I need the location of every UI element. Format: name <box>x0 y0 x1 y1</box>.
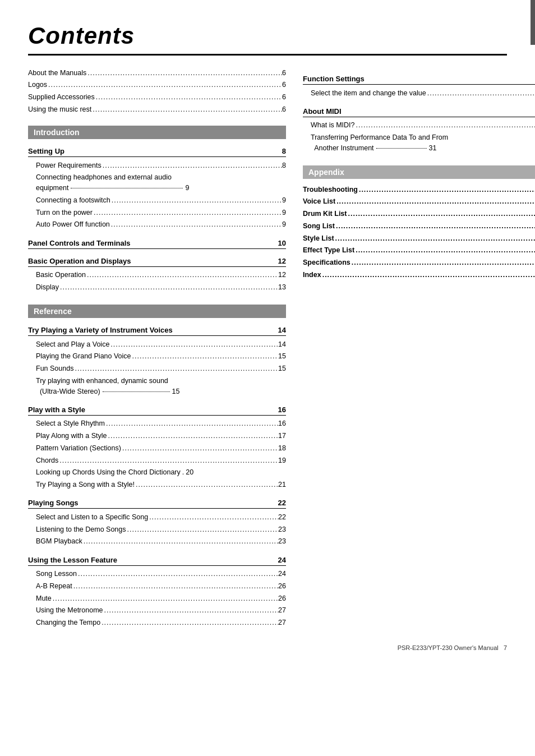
toc-item-song-style: Try Playing a Song with a Style! 21 <box>28 479 286 491</box>
toc-item-chords: Chords 19 <box>28 454 286 467</box>
toc-item-song-list: Song List 39 <box>303 220 535 232</box>
toc-item-turn-on-power: Turn on the power 9 <box>28 206 286 219</box>
toc-item-logos: Logos 6 <box>28 79 286 91</box>
toc-item-transferring-performance: Transferring Performance Data To and Fro… <box>303 132 535 155</box>
subsection-setting-up: Setting Up 8 <box>28 145 286 157</box>
col-right: Function Settings 28 Select the item and… <box>303 67 535 629</box>
top-items: About the Manuals 6 Logos 6 Supplied Acc… <box>28 67 286 116</box>
page-title: Contents <box>28 22 507 49</box>
toc-item-select-change-value: Select the item and change the value 28 <box>303 87 535 99</box>
subsection-basic-operation: Basic Operation and Displays 12 <box>28 255 286 267</box>
toc-item-mute: Mute 26 <box>28 592 286 605</box>
page-container: Contents About the Manuals 6 Logos 6 Sup… <box>0 0 535 662</box>
toc-item-grand-piano: Playing the Grand Piano Voice 15 <box>28 351 286 363</box>
footer-page: 7 <box>504 644 507 651</box>
toc-item-what-is-midi: What is MIDI? 31 <box>303 119 535 132</box>
subsection-panel-controls: Panel Controls and Terminals 10 <box>28 237 286 249</box>
toc-item-ultra-wide: Try playing with enhanced, dynamic sound… <box>28 375 286 398</box>
toc-item-auto-power-off: Auto Power Off function 9 <box>28 219 286 231</box>
subsection-function-settings: Function Settings 28 <box>303 72 535 85</box>
toc-item-style-list: Style List 40 <box>303 232 535 245</box>
toc-item-basic-operation: Basic Operation 12 <box>28 269 286 282</box>
toc-item-troubleshooting: Troubleshooting 32 <box>303 183 535 196</box>
toc-item-voice-list: Voice List 33 <box>303 196 535 208</box>
title-underline <box>28 54 507 56</box>
toc-item-effect-type-list: Effect Type List 41 <box>303 245 535 257</box>
toc-item-style-rhythm: Select a Style Rhythm 16 <box>28 418 286 430</box>
toc-item-music-rest: Using the music rest 6 <box>28 103 286 116</box>
toc-item-fun-sounds: Fun Sounds 15 <box>28 363 286 375</box>
section-header-reference: Reference <box>28 305 286 318</box>
section-header-introduction: Introduction <box>28 126 286 139</box>
toc-item-supplied-accessories: Supplied Accessories 6 <box>28 91 286 104</box>
toc-item-connecting-headphones: Connecting headphones and external audio… <box>28 172 286 195</box>
subsection-lesson-feature: Using the Lesson Feature 24 <box>28 554 286 566</box>
section-header-appendix: Appendix <box>303 165 535 179</box>
toc-item-footswitch: Connecting a footswitch 9 <box>28 194 286 206</box>
toc-item-specifications: Specifications 42 <box>303 257 535 269</box>
toc-item-select-listen-song: Select and Listen to a Specific Song 22 <box>28 511 286 523</box>
toc-item-demo-songs: Listening to the Demo Songs 23 <box>28 523 286 536</box>
col-left: About the Manuals 6 Logos 6 Supplied Acc… <box>28 67 286 629</box>
toc-item-index: Index 43 <box>303 269 535 281</box>
toc-item-about-manuals: About the Manuals 6 <box>28 67 286 79</box>
toc-item-drum-kit-list: Drum Kit List 37 <box>303 208 535 220</box>
toc-item-song-lesson: Song Lesson 24 <box>28 568 286 580</box>
footer: PSR-E233/YPT-230 Owner's Manual 7 <box>398 644 507 651</box>
subsection-playing-songs: Playing Songs 22 <box>28 496 286 509</box>
subsection-try-playing: Try Playing a Variety of Instrument Voic… <box>28 324 286 336</box>
toc-item-select-play-voice: Select and Play a Voice 14 <box>28 338 286 351</box>
toc-item-display: Display 13 <box>28 281 286 293</box>
toc-item-metronome: Using the Metronome 27 <box>28 605 286 617</box>
toc-item-ab-repeat: A-B Repeat 26 <box>28 580 286 592</box>
toc-item-power-requirements: Power Requirements 8 <box>28 159 286 172</box>
subsection-about-midi: About MIDI 31 <box>303 105 535 117</box>
decorative-bar <box>531 0 535 45</box>
subsection-play-style: Play with a Style 16 <box>28 403 286 416</box>
toc-item-chord-dictionary: Looking up Chords Using the Chord Dictio… <box>28 467 286 479</box>
toc-item-tempo: Changing the Tempo 27 <box>28 617 286 629</box>
toc-item-play-along-style: Play Along with a Style 17 <box>28 430 286 442</box>
toc-item-bgm-playback: BGM Playback 23 <box>28 536 286 548</box>
footer-text: PSR-E233/YPT-230 Owner's Manual <box>398 644 499 651</box>
toc-columns: About the Manuals 6 Logos 6 Supplied Acc… <box>28 67 507 629</box>
toc-item-pattern-variation: Pattern Variation (Sections) 18 <box>28 442 286 454</box>
